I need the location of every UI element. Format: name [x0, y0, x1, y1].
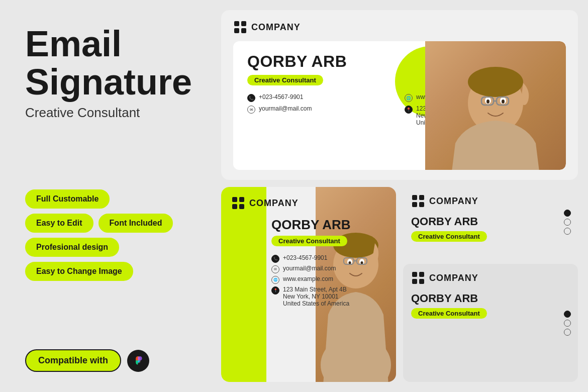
- dot4: [564, 311, 571, 318]
- svg-rect-35: [419, 272, 424, 277]
- svg-rect-5: [241, 28, 246, 33]
- card2-phone: 📞 +023-4567-9901: [271, 254, 386, 263]
- location-icon: 📍: [405, 106, 413, 114]
- svg-rect-30: [412, 195, 417, 200]
- card3: COMPANY QORBY ARB Creative Consultant: [403, 187, 578, 257]
- svg-point-8: [468, 67, 523, 97]
- card1-company-header: COMPANY: [233, 20, 566, 34]
- svg-rect-33: [419, 202, 424, 207]
- badge-full-customable: Full Customable: [25, 189, 110, 209]
- badge-font-included: Font Included: [99, 214, 173, 233]
- card4-title-badge: Creative Consultant: [411, 308, 487, 319]
- card4: COMPANY QORBY ARB Creative Consultant: [403, 264, 578, 382]
- svg-point-1: [138, 356, 142, 360]
- badge-row-3: Easy to Change Image: [25, 262, 191, 281]
- card2-address: 📍 123 Main Street, Apt 4BNew York, NY 10…: [271, 286, 386, 307]
- badge-change-image: Easy to Change Image: [25, 262, 133, 281]
- badge-professional: Profesional design: [25, 238, 119, 257]
- svg-rect-19: [239, 204, 244, 209]
- card2-company-name: COMPANY: [249, 198, 299, 209]
- card2-contacts: 📞 +023-4567-9901 ✉ yourmail@mail.com 🌐 w…: [271, 254, 386, 307]
- badge-easy-edit: Easy to Edit: [25, 214, 93, 233]
- card2-email-icon: ✉: [271, 265, 279, 273]
- figma-icon: [127, 350, 149, 372]
- card3-company-header: COMPANY: [411, 194, 570, 208]
- right-col-cards: COMPANY QORBY ARB Creative Consultant CO: [403, 187, 578, 382]
- card1-company-name: COMPANY: [251, 22, 301, 33]
- email-icon: ✉: [247, 106, 255, 114]
- svg-rect-2: [234, 21, 239, 26]
- card4-dots: [564, 311, 571, 336]
- svg-rect-18: [232, 204, 237, 209]
- svg-rect-16: [232, 197, 237, 202]
- svg-rect-4: [234, 28, 239, 33]
- dot1: [564, 210, 571, 217]
- card3-sig-name: QORBY ARB: [411, 215, 570, 228]
- card1-sig-box: QORBY ARB Creative Consultant 📞 +023-456…: [233, 41, 566, 170]
- left-panel: Email Signature Creative Consultant Full…: [0, 0, 216, 392]
- card2-company-header: COMPANY: [231, 196, 386, 210]
- card4-company-header: COMPANY: [411, 271, 570, 285]
- svg-rect-36: [412, 279, 417, 284]
- svg-rect-37: [419, 279, 424, 284]
- card2-title-badge: Creative Consultant: [271, 236, 347, 246]
- card1-person-image: [425, 41, 566, 170]
- svg-rect-31: [419, 195, 424, 200]
- main-title: Email Signature: [25, 25, 191, 101]
- svg-rect-34: [412, 272, 417, 277]
- card4-sig-name: QORBY ARB: [411, 292, 570, 305]
- svg-point-12: [502, 100, 505, 104]
- card3-company-name: COMPANY: [429, 196, 478, 207]
- card1-email: ✉ yourmail@mail.com: [247, 105, 395, 114]
- card1-contacts-col1: 📞 +023-4567-9901 ✉ yourmail@mail.com: [247, 93, 395, 126]
- card3-title-badge: Creative Consultant: [411, 231, 487, 242]
- card4-company-name: COMPANY: [429, 273, 478, 283]
- card4-logo-icon: [411, 271, 425, 285]
- dot5: [564, 320, 571, 327]
- card1-title-badge: Creative Consultant: [247, 75, 323, 85]
- dot2: [564, 219, 571, 226]
- dot3: [564, 228, 571, 235]
- svg-point-11: [486, 100, 489, 104]
- card2-email: ✉ yourmail@mail.com: [271, 265, 386, 273]
- svg-rect-3: [241, 21, 246, 26]
- card1-phone: 📞 +023-4567-9901: [247, 93, 395, 102]
- phone-icon: 📞: [247, 94, 255, 102]
- badge-row-2: Profesional design: [25, 238, 191, 257]
- card-medium: COMPANY QORBY ARB Creative Consultant 📞 …: [221, 187, 396, 382]
- globe-icon: 🌐: [405, 94, 413, 102]
- card2-phone-icon: 📞: [271, 255, 279, 263]
- dot6: [564, 329, 571, 336]
- card3-dots: [564, 210, 571, 235]
- subtitle: Creative Consultant: [25, 105, 191, 121]
- right-panel: COMPANY QORBY ARB Creative Consultant 📞 …: [216, 0, 588, 392]
- svg-rect-32: [412, 202, 417, 207]
- svg-rect-17: [239, 197, 244, 202]
- card2-logo-icon: [231, 196, 245, 210]
- badge-row-1: Easy to Edit Font Included: [25, 214, 191, 233]
- compatible-section: Compatible with: [25, 349, 191, 372]
- card2-content: QORBY ARB Creative Consultant 📞 +023-456…: [231, 217, 386, 373]
- card2-globe-icon: 🌐: [271, 276, 279, 284]
- card2-website: 🌐 www.example.com: [271, 275, 386, 284]
- compatible-badge: Compatible with: [25, 349, 121, 372]
- card2-location-icon: 📍: [271, 286, 279, 295]
- card1-person-placeholder: [425, 41, 566, 170]
- badge-row-0: Full Customable: [25, 189, 191, 209]
- badges-section: Full Customable Easy to Edit Font Includ…: [25, 189, 191, 281]
- card2-sig-name: QORBY ARB: [271, 217, 386, 233]
- card3-logo-icon: [411, 194, 425, 208]
- card1-logo-icon: [233, 20, 247, 34]
- card-large: COMPANY QORBY ARB Creative Consultant 📞 …: [221, 10, 578, 180]
